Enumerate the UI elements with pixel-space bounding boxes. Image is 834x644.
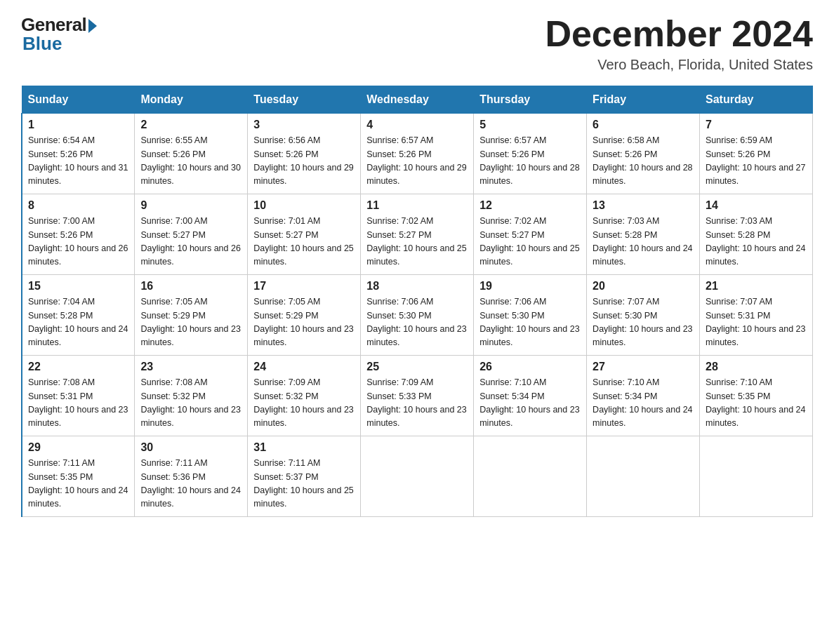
- calendar-cell: 6Sunrise: 6:58 AMSunset: 5:26 PMDaylight…: [587, 114, 700, 194]
- calendar-cell: 5Sunrise: 6:57 AMSunset: 5:26 PMDaylight…: [474, 114, 587, 194]
- day-info: Sunrise: 7:08 AMSunset: 5:32 PMDaylight:…: [140, 377, 240, 428]
- day-number: 22: [28, 361, 128, 373]
- calendar-table: SundayMondayTuesdayWednesdayThursdayFrid…: [21, 86, 813, 517]
- calendar-cell: 23Sunrise: 7:08 AMSunset: 5:32 PMDayligh…: [135, 356, 248, 436]
- day-info: Sunrise: 7:09 AMSunset: 5:33 PMDaylight:…: [366, 377, 466, 428]
- day-info: Sunrise: 6:54 AMSunset: 5:26 PMDaylight:…: [28, 135, 128, 186]
- day-number: 16: [140, 280, 241, 293]
- calendar-cell: 14Sunrise: 7:03 AMSunset: 5:28 PMDayligh…: [700, 194, 813, 275]
- calendar-cell: [700, 436, 813, 517]
- day-number: 17: [253, 280, 355, 293]
- calendar-subtitle: Vero Beach, Florida, United States: [545, 57, 813, 73]
- calendar-cell: 17Sunrise: 7:05 AMSunset: 5:29 PMDayligh…: [248, 275, 361, 356]
- calendar-header-row: SundayMondayTuesdayWednesdayThursdayFrid…: [22, 86, 813, 114]
- day-info: Sunrise: 7:11 AMSunset: 5:35 PMDaylight:…: [28, 458, 128, 509]
- calendar-cell: 4Sunrise: 6:57 AMSunset: 5:26 PMDaylight…: [361, 114, 474, 194]
- calendar-cell: 22Sunrise: 7:08 AMSunset: 5:31 PMDayligh…: [22, 356, 135, 436]
- column-header-sunday: Sunday: [22, 86, 135, 114]
- day-info: Sunrise: 7:07 AMSunset: 5:30 PMDaylight:…: [593, 297, 692, 347]
- calendar-cell: 31Sunrise: 7:11 AMSunset: 5:37 PMDayligh…: [248, 436, 361, 517]
- calendar-cell: 1Sunrise: 6:54 AMSunset: 5:26 PMDaylight…: [22, 114, 135, 194]
- day-info: Sunrise: 7:05 AMSunset: 5:29 PMDaylight:…: [253, 297, 353, 347]
- day-info: Sunrise: 7:06 AMSunset: 5:30 PMDaylight:…: [366, 297, 466, 347]
- day-info: Sunrise: 6:58 AMSunset: 5:26 PMDaylight:…: [593, 135, 692, 186]
- calendar-cell: 29Sunrise: 7:11 AMSunset: 5:35 PMDayligh…: [22, 436, 135, 517]
- day-number: 27: [593, 361, 694, 373]
- day-number: 28: [706, 361, 807, 373]
- day-number: 5: [479, 119, 581, 131]
- calendar-cell: 3Sunrise: 6:56 AMSunset: 5:26 PMDaylight…: [248, 114, 361, 194]
- day-info: Sunrise: 7:00 AMSunset: 5:26 PMDaylight:…: [28, 216, 128, 267]
- column-header-saturday: Saturday: [700, 86, 813, 114]
- day-info: Sunrise: 6:56 AMSunset: 5:26 PMDaylight:…: [253, 135, 353, 186]
- calendar-cell: 13Sunrise: 7:03 AMSunset: 5:28 PMDayligh…: [587, 194, 700, 275]
- logo-arrow-icon: [88, 19, 97, 33]
- day-info: Sunrise: 7:06 AMSunset: 5:30 PMDaylight:…: [479, 297, 579, 347]
- day-number: 2: [140, 119, 241, 131]
- day-info: Sunrise: 7:09 AMSunset: 5:32 PMDaylight:…: [253, 377, 353, 428]
- day-info: Sunrise: 6:59 AMSunset: 5:26 PMDaylight:…: [706, 135, 805, 186]
- day-info: Sunrise: 6:55 AMSunset: 5:26 PMDaylight:…: [140, 135, 240, 186]
- day-info: Sunrise: 7:04 AMSunset: 5:28 PMDaylight:…: [28, 297, 128, 347]
- day-info: Sunrise: 7:11 AMSunset: 5:36 PMDaylight:…: [140, 458, 240, 509]
- day-info: Sunrise: 7:08 AMSunset: 5:31 PMDaylight:…: [28, 377, 128, 428]
- day-number: 23: [140, 361, 241, 373]
- day-number: 19: [479, 280, 581, 293]
- day-number: 10: [253, 199, 355, 212]
- day-info: Sunrise: 7:11 AMSunset: 5:37 PMDaylight:…: [253, 458, 353, 509]
- day-number: 14: [706, 199, 807, 212]
- calendar-cell: 21Sunrise: 7:07 AMSunset: 5:31 PMDayligh…: [700, 275, 813, 356]
- calendar-cell: 25Sunrise: 7:09 AMSunset: 5:33 PMDayligh…: [361, 356, 474, 436]
- day-number: 3: [253, 119, 355, 131]
- column-header-tuesday: Tuesday: [248, 86, 361, 114]
- page-header: General Blue December 2024 Vero Beach, F…: [21, 14, 813, 73]
- calendar-cell: [361, 436, 474, 517]
- day-info: Sunrise: 7:02 AMSunset: 5:27 PMDaylight:…: [366, 216, 466, 267]
- day-info: Sunrise: 6:57 AMSunset: 5:26 PMDaylight:…: [366, 135, 466, 186]
- day-number: 11: [366, 199, 468, 212]
- day-number: 13: [593, 199, 694, 212]
- calendar-cell: 27Sunrise: 7:10 AMSunset: 5:34 PMDayligh…: [587, 356, 700, 436]
- calendar-cell: 8Sunrise: 7:00 AMSunset: 5:26 PMDaylight…: [22, 194, 135, 275]
- day-number: 8: [28, 199, 128, 212]
- day-info: Sunrise: 7:07 AMSunset: 5:31 PMDaylight:…: [706, 297, 805, 347]
- title-block: December 2024 Vero Beach, Florida, Unite…: [545, 14, 813, 73]
- day-info: Sunrise: 7:01 AMSunset: 5:27 PMDaylight:…: [253, 216, 353, 267]
- day-number: 9: [140, 199, 241, 212]
- day-number: 6: [593, 119, 694, 131]
- calendar-cell: 19Sunrise: 7:06 AMSunset: 5:30 PMDayligh…: [474, 275, 587, 356]
- day-number: 31: [253, 441, 355, 454]
- calendar-cell: 2Sunrise: 6:55 AMSunset: 5:26 PMDaylight…: [135, 114, 248, 194]
- calendar-cell: [587, 436, 700, 517]
- calendar-cell: 12Sunrise: 7:02 AMSunset: 5:27 PMDayligh…: [474, 194, 587, 275]
- logo: General Blue: [21, 14, 97, 55]
- day-number: 30: [140, 441, 241, 454]
- calendar-week-row: 22Sunrise: 7:08 AMSunset: 5:31 PMDayligh…: [22, 356, 813, 436]
- day-number: 21: [706, 280, 807, 293]
- calendar-week-row: 29Sunrise: 7:11 AMSunset: 5:35 PMDayligh…: [22, 436, 813, 517]
- day-number: 29: [28, 441, 128, 454]
- calendar-cell: [474, 436, 587, 517]
- day-number: 20: [593, 280, 694, 293]
- calendar-week-row: 15Sunrise: 7:04 AMSunset: 5:28 PMDayligh…: [22, 275, 813, 356]
- calendar-cell: 15Sunrise: 7:04 AMSunset: 5:28 PMDayligh…: [22, 275, 135, 356]
- logo-blue-text: Blue: [22, 33, 62, 55]
- calendar-cell: 11Sunrise: 7:02 AMSunset: 5:27 PMDayligh…: [361, 194, 474, 275]
- day-number: 15: [28, 280, 128, 293]
- day-info: Sunrise: 7:10 AMSunset: 5:34 PMDaylight:…: [479, 377, 579, 428]
- day-number: 1: [28, 119, 128, 131]
- day-number: 25: [366, 361, 468, 373]
- calendar-cell: 18Sunrise: 7:06 AMSunset: 5:30 PMDayligh…: [361, 275, 474, 356]
- calendar-cell: 30Sunrise: 7:11 AMSunset: 5:36 PMDayligh…: [135, 436, 248, 517]
- calendar-week-row: 1Sunrise: 6:54 AMSunset: 5:26 PMDaylight…: [22, 114, 813, 194]
- calendar-cell: 20Sunrise: 7:07 AMSunset: 5:30 PMDayligh…: [587, 275, 700, 356]
- day-info: Sunrise: 7:10 AMSunset: 5:35 PMDaylight:…: [706, 377, 805, 428]
- calendar-cell: 7Sunrise: 6:59 AMSunset: 5:26 PMDaylight…: [700, 114, 813, 194]
- calendar-cell: 24Sunrise: 7:09 AMSunset: 5:32 PMDayligh…: [248, 356, 361, 436]
- day-number: 7: [706, 119, 807, 131]
- day-number: 18: [366, 280, 468, 293]
- day-number: 4: [366, 119, 468, 131]
- day-info: Sunrise: 6:57 AMSunset: 5:26 PMDaylight:…: [479, 135, 579, 186]
- column-header-thursday: Thursday: [474, 86, 587, 114]
- day-info: Sunrise: 7:02 AMSunset: 5:27 PMDaylight:…: [479, 216, 579, 267]
